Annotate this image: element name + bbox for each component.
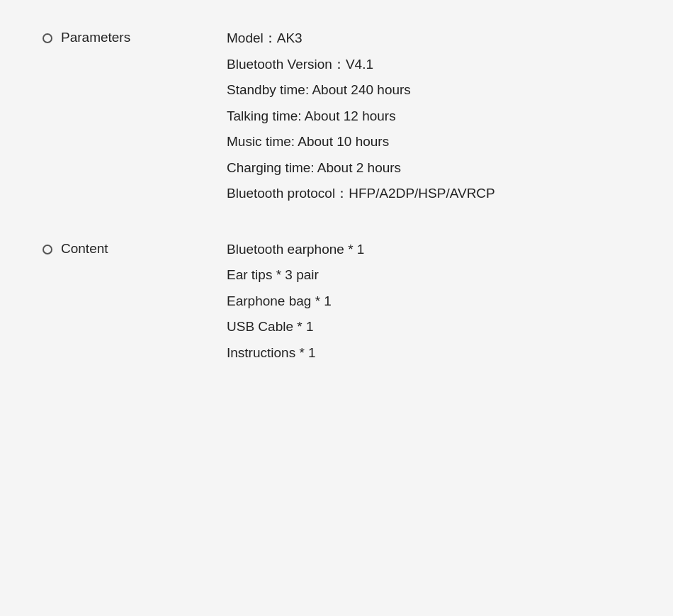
content-items: Bluetooth earphone * 1 Ear tips * 3 pair… bbox=[227, 240, 630, 364]
param-talking-time: Talking time: About 12 hours bbox=[227, 106, 630, 127]
param-model: Model：AK3 bbox=[227, 28, 630, 49]
param-charging-time: Charging time: About 2 hours bbox=[227, 158, 630, 179]
parameters-bullet bbox=[43, 33, 52, 43]
parameters-header: Parameters bbox=[43, 28, 227, 45]
parameters-label: Parameters bbox=[61, 30, 130, 45]
content-earphone-bag: Earphone bag * 1 bbox=[227, 291, 630, 312]
param-bluetooth-protocol: Bluetooth protocol：HFP/A2DP/HSP/AVRCP bbox=[227, 184, 630, 204]
content-instructions: Instructions * 1 bbox=[227, 343, 630, 364]
content-label: Content bbox=[61, 241, 108, 257]
param-standby-time: Standby time: About 240 hours bbox=[227, 80, 630, 101]
content-bullet bbox=[43, 245, 52, 254]
content-usb-cable: USB Cable * 1 bbox=[227, 317, 630, 337]
param-music-time: Music time: About 10 hours bbox=[227, 132, 630, 152]
param-bluetooth-version: Bluetooth Version：V4.1 bbox=[227, 55, 630, 75]
content-ear-tips: Ear tips * 3 pair bbox=[227, 265, 630, 286]
content-header: Content bbox=[43, 240, 227, 257]
parameters-content: Model：AK3 Bluetooth Version：V4.1 Standby… bbox=[227, 28, 630, 204]
content-earphone: Bluetooth earphone * 1 bbox=[227, 240, 630, 260]
content-section: Content Bluetooth earphone * 1 Ear tips … bbox=[43, 240, 630, 364]
parameters-section: Parameters Model：AK3 Bluetooth Version：V… bbox=[43, 28, 630, 204]
